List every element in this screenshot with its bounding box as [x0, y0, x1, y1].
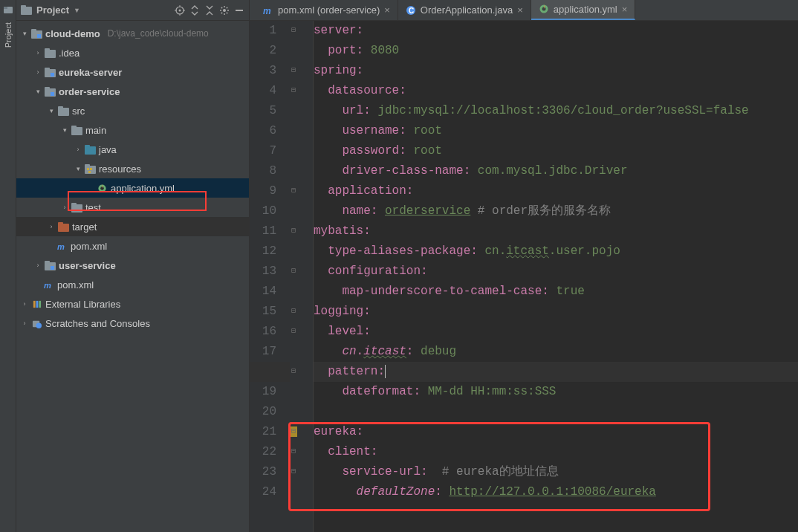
svg-rect-50 — [45, 261, 50, 264]
svg-point-5 — [179, 9, 181, 11]
tree-node-extlib[interactable]: › External Libraries — [16, 294, 249, 314]
code-content[interactable]: server: port: 8080 spring: datasource: u… — [314, 21, 798, 532]
locate-icon[interactable] — [175, 5, 185, 16]
svg-rect-30 — [51, 92, 54, 96]
module-icon — [45, 68, 56, 77]
text-caret — [385, 365, 386, 378]
svg-rect-27 — [51, 73, 54, 77]
tree-node-main[interactable]: ▾ main — [16, 120, 249, 140]
svg-line-15 — [221, 7, 222, 7]
source-folder-icon — [85, 145, 96, 155]
tree-node-resources[interactable]: ▾ resources — [16, 159, 249, 178]
code-editor[interactable]: 1234 5678 9101112 13141516 17181920 2122… — [250, 21, 798, 532]
folder-icon — [71, 203, 82, 213]
tree-node-user[interactable]: › user-service — [16, 256, 249, 275]
svg-rect-55 — [39, 300, 41, 307]
svg-rect-41 — [88, 171, 91, 173]
svg-rect-21 — [31, 29, 36, 32]
library-icon — [31, 299, 42, 309]
tree-node-scratch[interactable]: › Scratches and Consoles — [16, 314, 249, 333]
svg-rect-3 — [21, 5, 26, 8]
tab-pom[interactable]: m pom.xml (order-service) × — [256, 0, 398, 20]
svg-rect-39 — [87, 168, 89, 170]
tree-node-src[interactable]: ▾ src — [16, 101, 249, 120]
tree-node-eureka[interactable]: › eureka-server — [16, 62, 249, 82]
scratch-icon — [31, 319, 42, 328]
svg-text:C: C — [409, 7, 414, 15]
yaml-file-icon — [539, 4, 549, 14]
editor-area: m pom.xml (order-service) × C OrderAppli… — [250, 0, 798, 532]
folder-icon — [45, 48, 56, 58]
svg-rect-22 — [37, 34, 41, 38]
svg-point-10 — [223, 9, 226, 12]
gear-icon[interactable] — [219, 5, 230, 16]
svg-rect-47 — [58, 222, 63, 225]
svg-text:m: m — [263, 6, 271, 16]
folder-icon — [58, 106, 69, 116]
svg-rect-40 — [90, 168, 92, 170]
svg-rect-51 — [51, 266, 54, 270]
excluded-folder-icon — [58, 222, 69, 232]
java-class-icon: C — [406, 5, 416, 16]
tree-node-target[interactable]: › target — [16, 217, 249, 236]
project-sidebar: Project ▼ ▾ cloud-demo D:\java_code\clou… — [16, 0, 250, 532]
module-icon — [45, 87, 56, 97]
svg-line-16 — [227, 12, 227, 13]
project-tool-tab[interactable]: Project — [2, 18, 14, 52]
collapse-all-icon[interactable] — [204, 5, 215, 16]
tree-node-pom1[interactable]: m pom.xml — [16, 236, 249, 256]
svg-line-18 — [227, 7, 227, 7]
module-icon — [31, 29, 42, 39]
project-header-icon — [21, 5, 32, 15]
tab-orderapp[interactable]: C OrderApplication.java × — [398, 0, 531, 20]
svg-rect-45 — [71, 203, 77, 206]
svg-rect-54 — [36, 300, 39, 307]
maven-file-icon: m — [56, 241, 68, 251]
svg-rect-29 — [45, 87, 50, 90]
tool-window-strip[interactable]: Project — [0, 0, 16, 532]
project-tree[interactable]: ▾ cloud-demo D:\java_code\cloud-demo › .… — [16, 21, 249, 532]
svg-rect-26 — [45, 68, 50, 71]
sidebar-header: Project ▼ — [16, 0, 249, 21]
sidebar-title: Project — [36, 4, 69, 16]
tree-node-pom2[interactable]: m pom.xml — [16, 275, 249, 294]
svg-rect-38 — [85, 164, 90, 167]
close-icon[interactable]: × — [384, 4, 390, 16]
module-icon — [45, 261, 56, 270]
fold-gutter[interactable]: ⊟ ⊟ ⊟ ⊟ ⊟ ⊟ ⊟ ⊟ ⊟ ⊟ ⊟ ⊟ — [290, 21, 314, 532]
svg-text:m: m — [57, 242, 65, 251]
folder-icon — [71, 126, 82, 135]
svg-rect-1 — [4, 7, 7, 9]
dropdown-icon[interactable]: ▼ — [74, 7, 80, 14]
tree-node-java[interactable]: › java — [16, 140, 249, 159]
tab-appyml[interactable]: application.yml × — [531, 0, 636, 20]
svg-rect-34 — [71, 126, 77, 129]
maven-file-icon: m — [43, 280, 54, 290]
tree-node-idea[interactable]: › .idea — [16, 43, 249, 62]
line-gutter: 1234 5678 9101112 13141516 17181920 2122… — [250, 21, 290, 532]
tree-node-order[interactable]: ▾ order-service — [16, 82, 249, 101]
tabs-bar: m pom.xml (order-service) × C OrderAppli… — [250, 0, 798, 21]
close-icon[interactable]: × — [622, 4, 628, 15]
svg-line-17 — [221, 12, 222, 13]
expand-all-icon[interactable] — [189, 5, 200, 16]
tree-root[interactable]: ▾ cloud-demo D:\java_code\cloud-demo — [16, 24, 249, 43]
hide-icon[interactable] — [234, 5, 244, 16]
tree-node-test[interactable]: › test — [16, 198, 249, 217]
svg-rect-19 — [236, 10, 243, 11]
svg-rect-36 — [85, 145, 90, 148]
svg-point-57 — [36, 322, 42, 328]
svg-rect-53 — [33, 300, 36, 307]
project-strip-icon — [3, 4, 13, 15]
resources-folder-icon — [85, 164, 96, 174]
svg-rect-24 — [45, 48, 50, 51]
yaml-file-icon — [97, 184, 108, 193]
tree-node-appyml[interactable]: application.yml — [16, 178, 249, 198]
maven-file-icon: m — [263, 5, 273, 16]
svg-text:m: m — [44, 281, 51, 290]
svg-rect-32 — [58, 106, 63, 109]
close-icon[interactable]: × — [517, 4, 523, 16]
